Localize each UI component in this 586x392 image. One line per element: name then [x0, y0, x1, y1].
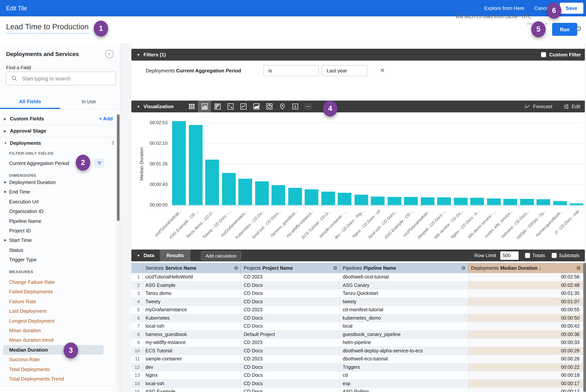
cell-service-name[interactable]: cicdTutorialHelloWorld: [143, 273, 241, 281]
column-header-pipeline-name[interactable]: PipelinesPipeline Name⚙: [340, 263, 468, 273]
cell-median-duration[interactable]: 00:00:22: [468, 363, 583, 372]
table-row[interactable]: 10ECS TutorialCD Docsdbothwell-deploy-al…: [131, 347, 583, 355]
bar-5[interactable]: [238, 179, 252, 205]
table-scrollbar-thumb[interactable]: [583, 263, 586, 392]
cell-project-name[interactable]: CD 2023: [241, 339, 340, 347]
table-row[interactable]: 2ASG ExampleCD DocsASG Canary00:02:48: [131, 281, 583, 290]
sidebar-item-dimension-trigger-type[interactable]: Trigger Type: [9, 255, 103, 264]
expand-caret-icon[interactable]: ▶: [4, 178, 7, 187]
cell-pipeline-name[interactable]: ASG Canary: [340, 281, 468, 290]
bar-25[interactable]: [570, 204, 583, 205]
cell-median-duration[interactable]: 00:00:55: [468, 306, 583, 314]
sidebar-item-dimension-deployment-duration[interactable]: ▶Deployment Duration: [9, 178, 103, 187]
bar-4[interactable]: [222, 173, 235, 205]
cell-project-name[interactable]: Default Project: [241, 330, 340, 339]
cell-service-name[interactable]: ASG Example: [143, 281, 241, 290]
column-header-service-name[interactable]: ServicesService Name⚙: [143, 263, 241, 273]
collapse-filters-caret-icon[interactable]: ▼: [137, 53, 140, 56]
cell-service-name[interactable]: myGrafanaInstance: [143, 306, 241, 314]
cell-median-duration[interactable]: 00:01:35: [468, 290, 583, 298]
sidebar-item-measure-failure-rate[interactable]: Failure Rate: [9, 297, 103, 306]
save-button[interactable]: Save: [560, 3, 583, 14]
cell-median-duration[interactable]: 00:00:28: [468, 347, 583, 355]
cell-project-name[interactable]: CD Docs: [241, 290, 340, 298]
tab-all-fields[interactable]: All Fields: [0, 99, 60, 104]
cell-service-name[interactable]: local-ssh: [143, 322, 241, 330]
add-calculation-button[interactable]: Add calculation: [201, 252, 241, 260]
column-header-project-name[interactable]: ProjectsProject Name⚙: [241, 263, 340, 273]
cell-median-duration[interactable]: 00:00:18: [468, 372, 583, 380]
sidebar-group-deployments[interactable]: ▼ Deployments 2: [0, 139, 116, 148]
cell-pipeline-name[interactable]: local: [340, 322, 468, 330]
cell-pipeline-name[interactable]: dbothwell-deploy-alpha-service-to-ecs: [340, 347, 468, 355]
cell-median-duration[interactable]: 00:02:56: [468, 273, 583, 281]
table-row[interactable]: 15ASG ExampleCD DocsASG Rolling00:00:17: [131, 388, 583, 392]
sidebar-item-dimension-start-time[interactable]: ▶Start Time: [9, 236, 103, 245]
explore-from-here-button[interactable]: Explore from Here: [484, 5, 524, 11]
run-button[interactable]: Run: [552, 23, 577, 36]
bar-11[interactable]: [338, 193, 351, 205]
cell-pipeline-name[interactable]: Tanzu Quickstart: [340, 290, 468, 298]
column-header-median-duration[interactable]: DeploymentsMedian Duration ↓⚙: [468, 263, 583, 273]
chevron-down-icon[interactable]: ▼: [4, 141, 7, 145]
cell-service-name[interactable]: harness_guestbook: [143, 330, 241, 339]
cell-service-name[interactable]: dev: [143, 363, 241, 372]
table-row[interactable]: 4TweetyCD Docstweety00:01:07: [131, 298, 583, 306]
remove-filter-icon[interactable]: ✕: [380, 67, 385, 74]
cell-project-name[interactable]: CD Docs: [241, 298, 340, 306]
bar-10[interactable]: [321, 192, 335, 205]
sidebar-item-dimension-organization-id[interactable]: Organization ID: [9, 206, 103, 216]
query-settings-gear-icon[interactable]: ⚙: [575, 24, 582, 33]
bar-6[interactable]: [255, 181, 269, 205]
cell-project-name[interactable]: CD Docs: [241, 388, 340, 392]
bar-19[interactable]: [470, 198, 484, 205]
bar-15[interactable]: [404, 197, 418, 205]
viz-type-scatter-icon[interactable]: [224, 100, 237, 112]
cell-median-duration[interactable]: 00:00:36: [468, 330, 583, 339]
cell-project-name[interactable]: CD Docs: [241, 380, 340, 388]
sidebar-item-measure-total-deployments[interactable]: Total Deployments: [9, 364, 103, 374]
sidebar-item-measure-total-deployments-trend[interactable]: Total Deployments Trend: [9, 374, 103, 384]
tile-title-input[interactable]: Lead Time to Production: [6, 22, 89, 34]
sidebar-item-measure-change-failure-rate[interactable]: Change Failure Rate: [9, 277, 103, 287]
viz-type-pie-chart-icon[interactable]: [263, 100, 276, 112]
bar-24[interactable]: [553, 201, 567, 205]
data-section-bar[interactable]: ▼ Data Results Add calculation Row Limit…: [131, 250, 585, 261]
bar-23[interactable]: [537, 199, 550, 205]
bar-1[interactable]: [172, 121, 186, 205]
cell-service-name[interactable]: Nginx: [143, 372, 241, 380]
bar-22[interactable]: [520, 199, 534, 205]
table-row[interactable]: 8harness_guestbookDefault Projectguestbo…: [131, 330, 583, 339]
cell-pipeline-name[interactable]: kubernetes_demo: [340, 314, 468, 322]
bar-3[interactable]: [205, 160, 219, 205]
expand-caret-icon[interactable]: ▶: [4, 187, 7, 197]
table-row[interactable]: 1cicdTutorialHelloWorldCD 2023dbothwell-…: [131, 273, 583, 281]
visualization-section-bar[interactable]: ▼ Visualization 6 Forecast: [131, 100, 585, 112]
timezone-caret-icon[interactable]: ▾: [545, 22, 547, 26]
filter-operator-select[interactable]: is: [263, 65, 319, 76]
cell-median-duration[interactable]: 00:00:33: [468, 339, 583, 347]
cell-project-name[interactable]: CD 2023: [241, 306, 340, 314]
bar-chart[interactable]: Median Duration 00:00:0000:00:4300:01:26…: [131, 113, 585, 250]
cell-pipeline-name[interactable]: cd-manifest-tutorial: [340, 306, 468, 314]
viz-type-line-chart-icon[interactable]: [237, 100, 250, 112]
sidebar-item-measure-mean-duration-trend[interactable]: Mean duration trend: [9, 336, 103, 345]
sidebar-group-approval-stage[interactable]: ▶ Approval Stage: [0, 126, 116, 136]
table-row[interactable]: 7local-sshCD Docslocal00:00:42: [131, 322, 583, 330]
bar-2[interactable]: [189, 125, 202, 205]
sidebar-item-measure-success-rate[interactable]: Success Rate: [9, 355, 103, 364]
bar-17[interactable]: [437, 197, 451, 205]
cell-project-name[interactable]: CD Docs: [241, 322, 340, 330]
cell-project-name[interactable]: CD 2023: [241, 273, 340, 281]
expand-caret-icon[interactable]: ▶: [4, 236, 7, 245]
bar-7[interactable]: [271, 185, 285, 205]
table-row[interactable]: 5myGrafanaInstanceCD 2023cd-manifest-tut…: [131, 306, 583, 314]
totals-checkbox[interactable]: [525, 253, 530, 258]
cell-pipeline-name[interactable]: dbothwell-ecs-tutorial: [340, 355, 468, 363]
cell-pipeline-name[interactable]: tweety: [340, 298, 468, 306]
table-row[interactable]: 9my-wildfly-instanceCD 2023helm-pipeline…: [131, 339, 583, 347]
chevron-right-icon[interactable]: ▶: [4, 117, 6, 121]
row-limit-input[interactable]: [500, 251, 519, 260]
sidebar-item-measure-failed-deployments[interactable]: Failed Deployments: [9, 287, 103, 296]
sidebar-item-measure-mean-duration[interactable]: Mean duration: [9, 326, 103, 335]
